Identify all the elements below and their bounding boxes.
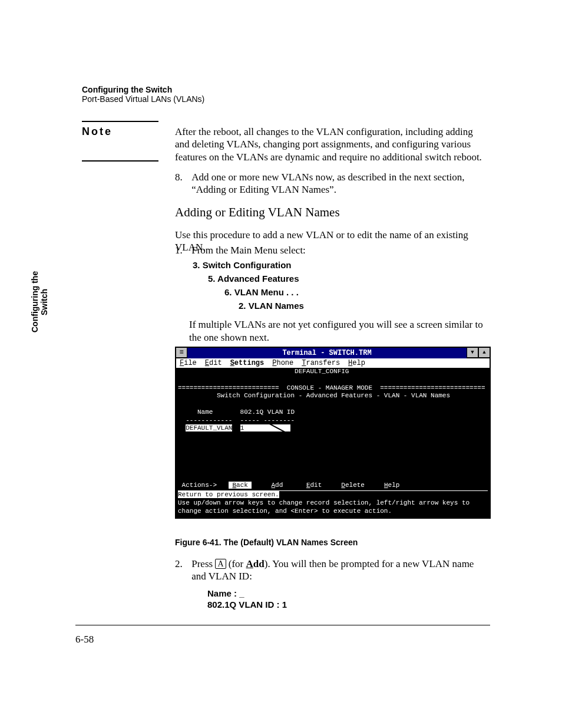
step-1: 1. From the Main Menu select: 3. Switch …	[175, 244, 490, 344]
term-hint2: change action selection, and <Enter> to …	[178, 508, 392, 515]
maximize-icon: ▲	[478, 347, 490, 358]
term-hint1: Use up/down arrow keys to change record …	[178, 499, 470, 506]
step-8-num: 8.	[175, 171, 189, 183]
menu-path-1: 3. Switch Configuration	[193, 260, 490, 271]
step-2: 2. Press A (for Add). You will then be p…	[175, 558, 490, 583]
annotation-label: Default VLAN and VLAN ID	[293, 436, 339, 454]
prompt-vlanid: 802.1Q VLAN ID : 1	[207, 599, 522, 611]
term-path: Switch Configuration - Advanced Features…	[178, 392, 450, 399]
running-header: Configuring the Switch Port-Based Virtua…	[82, 85, 204, 104]
menu-phone: Phone	[272, 359, 293, 367]
term-cols: Name 802.1Q VLAN ID	[178, 409, 295, 416]
term-actions-label: Actions->	[178, 482, 217, 489]
action-edit: Edit	[306, 482, 322, 489]
note-rule-bottom	[82, 160, 158, 162]
step-1-num: 1.	[175, 244, 189, 256]
key-a: A	[215, 559, 226, 569]
menu-path-2: 5. Advanced Features	[208, 274, 490, 285]
menu-file: File	[180, 359, 197, 367]
prompt-block: Name : _ 802.1Q VLAN ID : 1	[207, 588, 522, 611]
terminal-window: ≡ Terminal - SWITCH.TRM ▼ ▲ File Edit Se…	[175, 347, 491, 519]
header-title: Configuring the Switch	[82, 85, 204, 94]
note-label: Note	[82, 126, 113, 138]
section-heading: Adding or Editing VLAN Names	[175, 205, 490, 220]
menu-path-3: 6. VLAN Menu . . .	[224, 287, 490, 298]
page-number: 6-58	[75, 634, 94, 645]
minimize-icon: ▼	[467, 347, 478, 358]
footer-rule	[75, 625, 490, 625]
step-2-num: 2.	[175, 558, 189, 570]
term-cfgname: DEFAULT_CONFIG	[178, 368, 349, 375]
step-8: 8. Add one or more new VLANs now, as des…	[175, 171, 490, 196]
term-hint0: Return to previous screen.	[178, 491, 279, 498]
action-delete: Delete	[341, 482, 365, 489]
action-add: Add	[271, 482, 283, 489]
terminal-titlebar: ≡ Terminal - SWITCH.TRM ▼ ▲	[176, 347, 490, 358]
header-subtitle: Port-Based Virtual LANs (VLANs)	[82, 94, 204, 104]
term-mode: ========================== CONSOLE - MAN…	[178, 384, 485, 391]
sysmenu-icon: ≡	[176, 347, 187, 358]
side-tab: Configuring the Switch	[30, 261, 42, 343]
menu-help: Help	[348, 359, 365, 367]
annotation-line1: Default VLAN	[293, 436, 339, 445]
action-back: Back	[229, 482, 252, 489]
term-row-name: DEFAULT_VLAN	[186, 424, 232, 431]
step-8-text: Add one or more new VLANs now, as descri…	[191, 171, 489, 196]
term-dash: ------------ --------------	[178, 417, 295, 424]
terminal-menubar: File Edit Settings Phone Transfers Help	[176, 358, 490, 368]
menu-path-4: 2. VLAN Names	[239, 301, 490, 312]
prompt-name: Name : _	[207, 588, 522, 599]
menu-transfers: Transfers	[302, 359, 340, 367]
note-text: After the reboot, all changes to the VLA…	[175, 126, 490, 163]
terminal-title: Terminal - SWITCH.TRM	[187, 347, 467, 358]
step-2-text: Press A (for Add). You will then be prom…	[191, 558, 489, 583]
figure-caption: Figure 6-41. The (Default) VLAN Names Sc…	[175, 538, 358, 547]
step-1-lead: From the Main Menu select:	[191, 244, 489, 256]
annotation-line2: and VLAN ID	[293, 445, 339, 454]
step-1-trail: If multiple VLANs are not yet configured…	[189, 318, 490, 344]
menu-edit: Edit	[205, 359, 222, 367]
action-help: Help	[384, 482, 399, 489]
note-rule-top	[82, 121, 158, 122]
menu-settings: Settings	[230, 359, 265, 367]
